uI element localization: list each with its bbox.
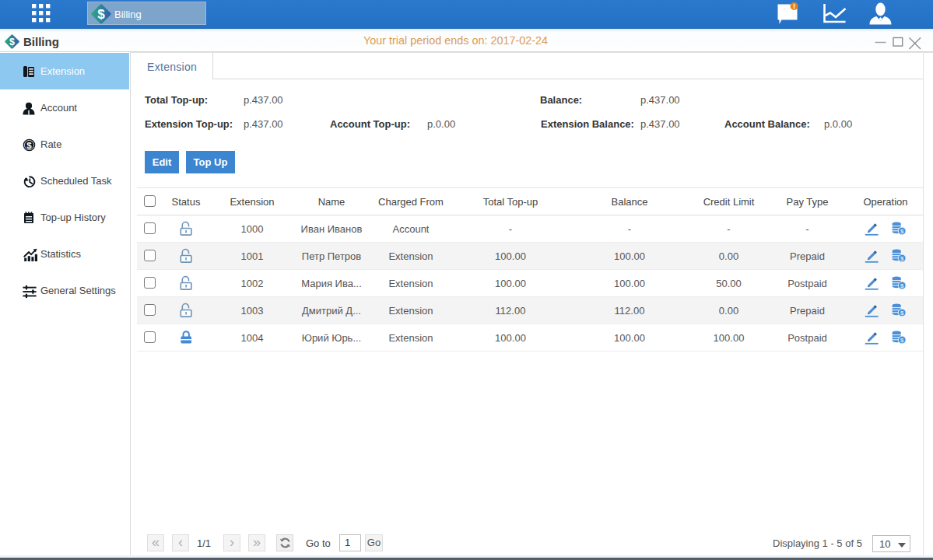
svg-text:$: $: [97, 7, 105, 22]
svg-text:!: !: [793, 2, 795, 10]
svg-text:$: $: [26, 141, 32, 150]
svg-text:$: $: [9, 37, 15, 47]
